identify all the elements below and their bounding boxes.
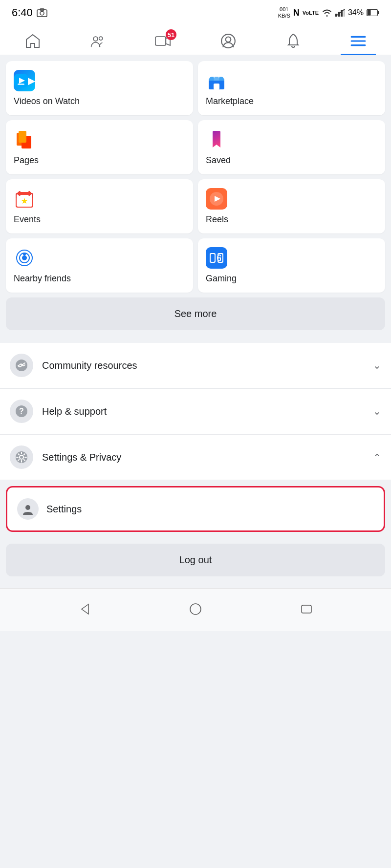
- watch-icon: [14, 70, 35, 91]
- status-time-group: 6:40: [12, 6, 47, 19]
- svg-rect-29: [19, 131, 26, 143]
- nearby-icon: [14, 247, 35, 269]
- menu-card-label-marketplace: Marketplace: [206, 96, 377, 106]
- menu-card-label-reels: Reels: [206, 214, 377, 225]
- section-settings-privacy[interactable]: Settings & Privacy ⌄: [0, 435, 391, 480]
- menu-card-pages[interactable]: Pages: [6, 120, 193, 174]
- svg-rect-0: [37, 10, 47, 17]
- svg-point-1: [40, 11, 44, 15]
- settings-privacy-chevron: ⌄: [373, 451, 381, 463]
- menu-card-nearby-friends[interactable]: Nearby friends: [6, 238, 193, 293]
- logout-section: Log out: [0, 538, 391, 582]
- see-more-button[interactable]: See more: [6, 297, 385, 330]
- events-icon: [14, 188, 35, 210]
- menu-card-label-gaming: Gaming: [206, 274, 377, 284]
- menu-card-saved[interactable]: Saved: [198, 120, 385, 174]
- nav-home[interactable]: [15, 29, 50, 53]
- svg-text:?: ?: [19, 407, 24, 415]
- bottom-nav: [0, 588, 391, 631]
- svg-rect-10: [368, 10, 371, 16]
- volte-icon: VoLTE: [303, 10, 319, 16]
- menu-card-label-pages: Pages: [14, 155, 185, 166]
- battery-percent: 34%: [348, 8, 364, 17]
- section-help-support[interactable]: ? Help & support ⌄: [0, 389, 391, 434]
- svg-point-16: [225, 37, 231, 42]
- community-chevron: ⌄: [373, 360, 381, 371]
- recents-button[interactable]: [296, 598, 317, 621]
- menu-card-videos-on-watch[interactable]: Videos on Watch: [6, 61, 193, 115]
- svg-point-44: [23, 253, 26, 255]
- status-bar: 6:40 001KB/S N VoLTE 34%: [0, 0, 391, 25]
- nav-notifications[interactable]: [276, 29, 311, 53]
- nav-video-badge: 51: [166, 29, 176, 40]
- nav-bar: 51: [0, 25, 391, 55]
- nfc-icon: N: [293, 8, 300, 18]
- saved-icon: [206, 129, 227, 150]
- pages-icon: [14, 129, 35, 150]
- menu-card-marketplace[interactable]: Marketplace: [198, 61, 385, 115]
- settings-item-label: Settings: [46, 504, 82, 515]
- svg-rect-45: [206, 247, 227, 269]
- menu-card-gaming[interactable]: Gaming: [198, 238, 385, 293]
- logout-button[interactable]: Log out: [6, 544, 385, 576]
- svg-rect-22: [18, 84, 24, 85]
- settings-highlighted-box: Settings: [6, 486, 385, 532]
- main-content: Videos on Watch Marketplace: [0, 55, 391, 337]
- svg-point-58: [190, 604, 201, 614]
- status-icons: 001KB/S N VoLTE 34%: [278, 6, 379, 19]
- network-kb: 001KB/S: [278, 6, 290, 19]
- svg-rect-47: [211, 254, 215, 262]
- reels-icon: [206, 188, 227, 210]
- settings-item[interactable]: Settings: [7, 487, 384, 530]
- svg-rect-25: [214, 84, 219, 89]
- menu-card-label-events: Events: [14, 214, 185, 225]
- community-icon: [10, 354, 33, 377]
- nav-profile[interactable]: [211, 29, 246, 53]
- svg-point-56: [25, 505, 30, 510]
- help-chevron: ⌄: [373, 405, 381, 417]
- nav-menu[interactable]: [341, 29, 376, 53]
- menu-card-label-nearby: Nearby friends: [14, 274, 185, 284]
- battery-icon: [367, 9, 379, 16]
- signal-icon: [335, 9, 345, 17]
- back-button[interactable]: [74, 598, 95, 621]
- wifi-icon: [322, 9, 332, 17]
- settings-privacy-icon: [10, 445, 33, 469]
- community-label: Community resources: [42, 360, 373, 371]
- gaming-icon: [206, 247, 227, 269]
- help-label: Help & support: [42, 406, 373, 417]
- menu-card-reels[interactable]: Reels: [198, 179, 385, 233]
- svg-point-12: [99, 37, 103, 40]
- settings-item-icon: [17, 498, 39, 520]
- svg-marker-57: [82, 604, 88, 614]
- status-time: 6:40: [12, 6, 33, 19]
- svg-rect-59: [302, 605, 311, 613]
- photo-icon: [37, 8, 47, 17]
- menu-card-events[interactable]: Events: [6, 179, 193, 233]
- section-list: Community resources ⌄ ? Help & support ⌄…: [0, 343, 391, 480]
- menu-grid: Videos on Watch Marketplace: [6, 61, 385, 293]
- marketplace-icon: [206, 70, 227, 91]
- section-community-resources[interactable]: Community resources ⌄: [0, 343, 391, 388]
- svg-rect-9: [378, 11, 379, 14]
- help-icon: ?: [10, 400, 33, 423]
- menu-card-label-videos: Videos on Watch: [14, 96, 185, 106]
- menu-card-label-saved: Saved: [206, 155, 377, 166]
- svg-rect-13: [155, 37, 166, 45]
- svg-point-11: [93, 37, 98, 41]
- nav-friends[interactable]: [80, 29, 115, 53]
- settings-privacy-label: Settings & Privacy: [42, 452, 373, 463]
- svg-rect-36: [18, 192, 31, 195]
- nav-video[interactable]: 51: [145, 29, 180, 53]
- home-button[interactable]: [185, 598, 206, 621]
